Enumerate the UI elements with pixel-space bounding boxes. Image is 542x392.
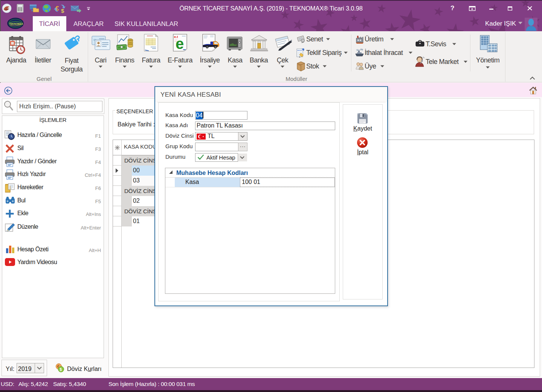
svg-text:TEKNOMAX: TEKNOMAX [9,23,23,25]
svg-text:e: e [176,35,184,52]
svg-text:$: $ [60,368,62,372]
